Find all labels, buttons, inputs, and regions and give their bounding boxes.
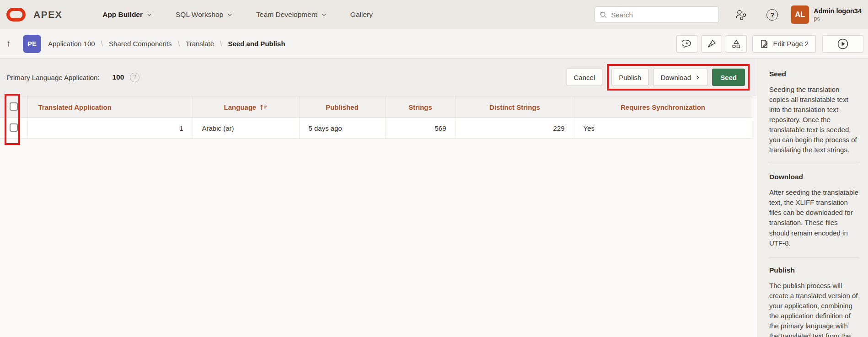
table-header-row: Translated Application Language Publishe… [0,96,752,118]
main-nav: App Builder SQL Workshop Team Developmen… [91,0,385,29]
page-toolbar: Edit Page 2 [676,35,863,53]
annotation-box-buttons: Publish Download Seed [607,64,750,91]
admin-wrench-icon[interactable] [734,9,746,21]
select-all-cell [0,96,27,118]
seed-button[interactable]: Seed [712,69,745,86]
help-icon[interactable]: ? [766,9,778,21]
user-name: Admin logon34 [814,7,862,15]
search-input[interactable] [611,11,714,19]
col-translated-application[interactable]: Translated Application [27,96,193,118]
chevron-right-icon [695,75,700,80]
sidebar-section-seed: Seed Seeding the translation copies all … [769,70,859,164]
feedback-button[interactable] [676,35,697,53]
publish-button[interactable]: Publish [611,69,648,86]
theme-roller-button[interactable] [701,35,722,53]
primary-language-value: 100 [112,73,124,81]
download-label: Download [660,74,691,81]
avatar[interactable]: AL [791,5,809,24]
user-workspace: ps [814,15,862,22]
help-glyph: ? [770,11,774,19]
nav-label: SQL Workshop [176,11,223,19]
sidebar-section-download: Download After seeding the translatable … [769,173,859,257]
content-area: Primary Language Application: 100 ? Canc… [0,59,757,337]
breadcrumb: Application 100 \ Shared Components \ Tr… [48,40,285,48]
nav-label: Team Development [256,11,317,19]
sort-ascending-icon [259,104,268,111]
up-arrow-icon[interactable]: ↑ [6,39,16,49]
crumb-separator: \ [220,40,222,48]
sidebar-heading: Publish [769,266,859,274]
edit-page-icon [760,39,769,48]
main-region: Primary Language Application: 100 ? Canc… [0,59,868,337]
nav-app-builder[interactable]: App Builder [91,0,164,29]
breadcrumb-bar: ↑ PE Application 100 \ Shared Components… [0,29,868,59]
cell-published: 5 days ago [299,118,385,139]
nav-label: Gallery [350,11,373,19]
sidebar-heading: Download [769,173,859,181]
crumb-current-page: Seed and Publish [228,40,285,48]
col-distinct-strings[interactable]: Distinct Strings [455,96,574,118]
top-right-tools: ? AL Admin logon34 ps [595,5,862,24]
col-requires-synchronization[interactable]: Requires Synchronization [574,96,752,118]
download-button[interactable]: Download [653,69,707,86]
feedback-bubble-icon [682,39,692,49]
help-glyph: ? [133,74,136,80]
row-select-cell [0,118,27,139]
user-info[interactable]: Admin logon34 ps [814,7,862,22]
translations-table: Translated Application Language Publishe… [0,96,752,139]
search-icon [600,11,607,19]
component-view-button[interactable] [726,35,747,53]
nav-sql-workshop[interactable]: SQL Workshop [164,0,244,29]
sidebar-body: After seeding the translatable text, the… [769,187,859,248]
apex-brand: APEX [33,9,62,20]
shapes-icon [731,38,742,49]
row-checkbox[interactable] [10,123,18,132]
cell-language: Arabic (ar) [193,118,299,139]
nav-label: App Builder [102,11,143,19]
chevron-down-icon [147,12,152,17]
action-buttons: Cancel Publish Download Seed [567,64,750,91]
crumb-separator: \ [178,40,180,48]
app-badge[interactable]: PE [23,35,41,53]
crumb-translate[interactable]: Translate [186,40,214,48]
top-header: APEX App Builder SQL Workshop Team Devel… [0,0,868,29]
col-strings[interactable]: Strings [385,96,455,118]
sidebar-section-publish: Publish The publish process will create … [769,266,859,337]
sidebar-body: Seeding the translation copies all trans… [769,85,859,155]
col-published[interactable]: Published [299,96,385,118]
select-all-checkbox[interactable] [10,102,18,111]
cell-distinct-strings: 229 [455,118,574,139]
edit-page-label: Edit Page 2 [773,40,809,48]
help-sidebar: Seed Seeding the translation copies all … [757,59,868,337]
primary-language-label: Primary Language Application: [6,74,99,81]
crumb-shared-components[interactable]: Shared Components [109,40,172,48]
cell-requires-synchronization: Yes [574,118,752,139]
col-language[interactable]: Language [193,96,299,118]
crumb-separator: \ [101,40,103,48]
col-language-label: Language [224,103,257,111]
sidebar-heading: Seed [769,70,859,78]
table-row: 1 Arabic (ar) 5 days ago 569 229 Yes [0,118,752,139]
run-page-button[interactable] [822,35,863,53]
search-box[interactable] [595,6,719,23]
flashlight-icon [707,39,717,49]
field-help-icon[interactable]: ? [130,73,139,82]
nav-gallery[interactable]: Gallery [338,0,385,29]
chevron-down-icon [321,12,327,17]
page-header-band: Primary Language Application: 100 ? Canc… [0,59,757,96]
play-icon [837,38,849,50]
crumb-application[interactable]: Application 100 [48,40,95,48]
edit-page-button[interactable]: Edit Page 2 [752,35,816,53]
cancel-button[interactable]: Cancel [567,69,603,86]
cell-translated-application: 1 [27,118,193,139]
sidebar-body: The publish process will create a transl… [769,281,859,337]
chevron-down-icon [227,12,232,17]
cell-strings: 569 [385,118,455,139]
nav-team-development[interactable]: Team Development [244,0,338,29]
oracle-logo-icon [6,8,26,21]
